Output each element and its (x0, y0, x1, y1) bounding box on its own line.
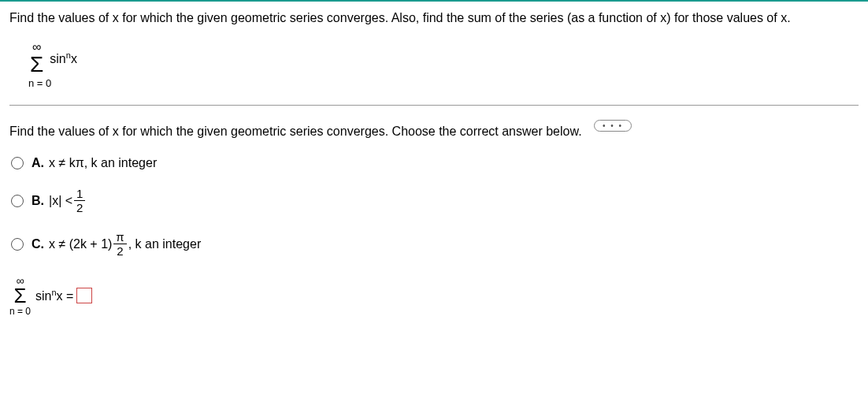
option-a[interactable]: A. x ≠ kπ, k an integer (11, 156, 859, 170)
answer-sigma: Σ (13, 287, 26, 305)
option-a-text: x ≠ kπ, k an integer (49, 156, 157, 170)
answer-series-expr: sinnx = (35, 288, 73, 303)
option-b-letter: B. (32, 194, 44, 208)
option-b[interactable]: B. |x| < 1 2 (11, 188, 859, 214)
sum-lower-limit: n = 0 (28, 77, 859, 89)
sigma-symbol: Σ (30, 54, 43, 76)
option-c[interactable]: C. x ≠ (2k + 1) π 2 , k an integer (11, 231, 859, 257)
answer-expression: ∞ Σ n = 0 sinnx = (9, 274, 859, 316)
option-c-text: x ≠ (2k + 1) π 2 , k an integer (49, 231, 201, 257)
answer-lower-limit: n = 0 (9, 306, 31, 317)
sub-question-prompt: Find the values of x for which the given… (9, 125, 859, 139)
radio-b[interactable] (11, 195, 24, 207)
option-a-letter: A. (32, 156, 44, 170)
radio-a[interactable] (11, 157, 24, 169)
option-b-text: |x| < 1 2 (49, 188, 87, 214)
radio-c[interactable] (11, 238, 24, 251)
question-prompt: Find the values of x for which the given… (9, 9, 859, 27)
divider (9, 105, 859, 106)
more-button[interactable]: • • • (594, 120, 632, 132)
answer-input[interactable] (76, 288, 92, 303)
series-formula: ∞ Σ sinnx n = 0 (28, 41, 859, 89)
series-expression: sinnx (50, 50, 77, 66)
option-c-letter: C. (32, 237, 44, 251)
